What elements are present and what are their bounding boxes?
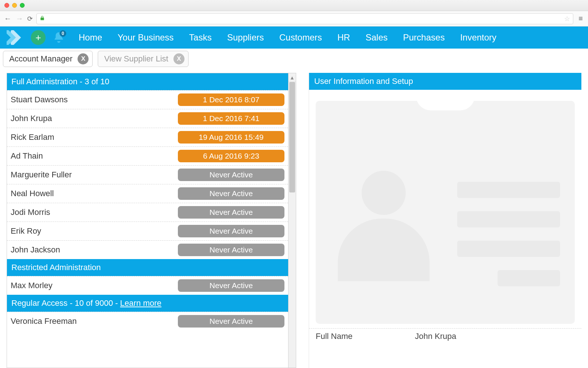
app-topnav: + 0 Home Your Business Tasks Suppliers C… xyxy=(0,26,588,49)
user-name: John Jackson xyxy=(11,245,60,255)
placeholder-line xyxy=(498,270,560,286)
nav-home[interactable]: Home xyxy=(79,32,102,43)
nav-tasks[interactable]: Tasks xyxy=(189,32,212,43)
tab-label: View Supplier List xyxy=(104,54,168,64)
user-name: Max Morley xyxy=(11,281,53,290)
user-row[interactable]: Marguerite FullerNever Active xyxy=(7,165,288,184)
document-tabbar: Account Manager X View Supplier List X xyxy=(0,49,588,69)
main-area: Full Administration - 3 of 10Stuart Daws… xyxy=(0,69,588,368)
placeholder-line xyxy=(457,211,560,227)
lock-icon xyxy=(40,15,45,22)
last-active-badge: 1 Dec 2016 7:41 xyxy=(178,112,284,125)
user-row[interactable]: Ad Thain6 Aug 2016 9:23 xyxy=(7,146,288,165)
notifications-button[interactable]: 0 xyxy=(51,29,67,46)
nav-hr[interactable]: HR xyxy=(337,32,350,43)
never-active-badge: Never Active xyxy=(178,206,284,219)
tab-close-icon[interactable]: X xyxy=(78,53,89,64)
user-row[interactable]: Jodi MorrisNever Active xyxy=(7,203,288,222)
add-button[interactable]: + xyxy=(31,30,46,45)
last-active-badge: 1 Dec 2016 8:07 xyxy=(178,93,284,106)
user-list: Full Administration - 3 of 10Stuart Daws… xyxy=(7,73,288,368)
last-active-badge: 6 Aug 2016 9:23 xyxy=(178,150,284,162)
group-header[interactable]: Regular Access - 10 of 9000 - Learn more xyxy=(7,295,288,312)
never-active-badge: Never Active xyxy=(178,187,284,200)
nav-purchases[interactable]: Purchases xyxy=(403,32,445,43)
user-name: Neal Howell xyxy=(11,189,54,198)
user-detail-panel: User Information and Setup Full Name Joh… xyxy=(309,73,581,368)
forward-button[interactable]: → xyxy=(15,14,24,23)
user-name: Jodi Morris xyxy=(11,208,50,217)
group-header[interactable]: Restricted Administration xyxy=(7,259,288,276)
group-header[interactable]: Full Administration - 3 of 10 xyxy=(7,73,288,90)
tab-close-icon[interactable]: X xyxy=(173,53,184,64)
nav-inventory[interactable]: Inventory xyxy=(460,32,496,43)
window-close-dot[interactable] xyxy=(4,3,9,8)
nav-your-business[interactable]: Your Business xyxy=(118,32,174,43)
browser-titlebar xyxy=(0,0,588,11)
user-row[interactable]: Veronica FreemanNever Active xyxy=(7,312,288,330)
user-name: Erik Roy xyxy=(11,226,41,236)
group-title: Full Administration - 3 of 10 xyxy=(11,77,110,86)
browser-menu-icon[interactable]: ≡ xyxy=(577,14,584,23)
learn-more-link[interactable]: Learn more xyxy=(120,298,162,308)
nav-customers[interactable]: Customers xyxy=(279,32,322,43)
id-card-illustration xyxy=(316,101,575,324)
group-title: Regular Access - 10 of 9000 - xyxy=(11,298,118,308)
detail-header: User Information and Setup xyxy=(309,73,581,90)
never-active-badge: Never Active xyxy=(178,225,284,237)
user-row[interactable]: John JacksonNever Active xyxy=(7,240,288,259)
user-name: Veronica Freeman xyxy=(11,316,77,326)
user-name: Stuart Dawsons xyxy=(11,95,68,105)
url-bar[interactable]: ☆ xyxy=(36,13,573,24)
never-active-badge: Never Active xyxy=(178,244,284,256)
notification-count-badge: 0 xyxy=(60,30,66,37)
window-maximize-dot[interactable] xyxy=(20,3,25,8)
avatar-placeholder-icon xyxy=(330,171,437,303)
user-row[interactable]: Erik RoyNever Active xyxy=(7,222,288,240)
user-row[interactable]: Rick Earlam19 Aug 2016 15:49 xyxy=(7,128,288,146)
user-row[interactable]: Max MorleyNever Active xyxy=(7,276,288,295)
app-logo-icon[interactable] xyxy=(7,30,23,45)
nav-items: Home Your Business Tasks Suppliers Custo… xyxy=(79,32,496,43)
full-name-row: Full Name John Krupa xyxy=(309,328,581,344)
plus-icon: + xyxy=(35,32,41,43)
browser-toolbar: ← → ⟳ ☆ ≡ xyxy=(0,11,588,26)
user-row[interactable]: Neal HowellNever Active xyxy=(7,184,288,203)
last-active-badge: 19 Aug 2016 15:49 xyxy=(178,131,284,144)
user-list-panel: Full Administration - 3 of 10Stuart Daws… xyxy=(7,73,296,368)
reload-button[interactable]: ⟳ xyxy=(27,15,33,23)
placeholder-line xyxy=(457,182,560,198)
never-active-badge: Never Active xyxy=(178,279,284,292)
user-name: Rick Earlam xyxy=(11,132,54,142)
full-name-label: Full Name xyxy=(316,332,415,341)
tab-view-supplier-list[interactable]: View Supplier List X xyxy=(98,51,188,67)
scroll-thumb[interactable] xyxy=(289,82,295,192)
never-active-badge: Never Active xyxy=(178,169,284,181)
user-name: John Krupa xyxy=(11,114,52,123)
tab-label: Account Manager xyxy=(9,54,72,64)
full-name-value: John Krupa xyxy=(415,332,456,341)
bookmark-star-icon[interactable]: ☆ xyxy=(564,15,570,23)
never-active-badge: Never Active xyxy=(178,315,284,328)
user-row[interactable]: John Krupa1 Dec 2016 7:41 xyxy=(7,109,288,128)
window-minimize-dot[interactable] xyxy=(12,3,17,8)
user-row[interactable]: Stuart Dawsons1 Dec 2016 8:07 xyxy=(7,90,288,109)
nav-suppliers[interactable]: Suppliers xyxy=(227,32,264,43)
scroll-up-icon[interactable]: ▲ xyxy=(288,73,296,82)
scrollbar[interactable]: ▲ xyxy=(288,73,296,368)
group-title: Restricted Administration xyxy=(11,263,101,272)
tab-account-manager[interactable]: Account Manager X xyxy=(3,51,93,67)
user-name: Ad Thain xyxy=(11,151,43,161)
nav-sales[interactable]: Sales xyxy=(366,32,388,43)
placeholder-line xyxy=(457,241,560,257)
user-name: Marguerite Fuller xyxy=(11,170,72,180)
back-button[interactable]: ← xyxy=(4,14,12,23)
